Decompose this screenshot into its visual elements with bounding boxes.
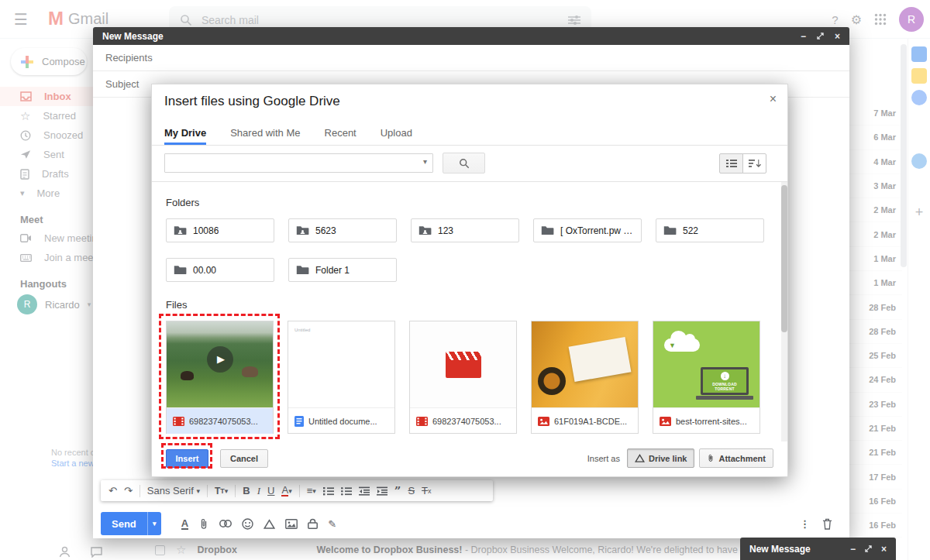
tab-recent[interactable]: Recent	[325, 125, 356, 145]
modal-close-icon[interactable]: ×	[770, 92, 777, 106]
compose-header[interactable]: New Message − ×	[93, 27, 849, 45]
redo-button[interactable]: ↷	[124, 485, 133, 496]
more-options-icon[interactable]: ⋮	[800, 518, 810, 530]
minimized-compose-window[interactable]: New Message − ×	[740, 538, 896, 560]
bold-button[interactable]: B	[243, 485, 250, 496]
folder-chip[interactable]: 10086	[166, 218, 274, 242]
attachment-label: Attachment	[718, 454, 766, 463]
folder-chip[interactable]: 00.00	[166, 258, 274, 282]
send-options-arrow[interactable]: ▾	[147, 512, 161, 535]
expand-icon[interactable]	[817, 33, 824, 40]
folder-chip[interactable]: 123	[411, 218, 519, 242]
minimize-icon[interactable]: −	[801, 31, 806, 42]
annotation-insert-button	[161, 443, 212, 469]
folder-chip[interactable]: 5623	[288, 218, 397, 242]
download-circle-icon: ↓	[721, 372, 729, 380]
send-button[interactable]: Send ▾	[101, 512, 161, 535]
italic-button[interactable]: I	[257, 485, 260, 497]
insert-link-icon[interactable]	[219, 520, 232, 527]
file-name: 61F019A1-BCDE...	[554, 417, 627, 426]
doc-thumb-text: Untitled	[294, 328, 310, 332]
combo-chevron-icon[interactable]: ▾	[423, 157, 427, 166]
indent-more-button[interactable]	[377, 486, 388, 496]
file-name: 6982374075053...	[432, 417, 501, 426]
clapperboard-icon	[446, 352, 481, 378]
list-view-button[interactable]	[719, 153, 743, 173]
font-family-value: Sans Serif	[147, 485, 194, 496]
shared-folder-icon	[418, 225, 432, 235]
tab-my-drive[interactable]: My Drive	[164, 125, 206, 145]
numbered-list-button[interactable]	[323, 486, 334, 496]
modal-title: Insert files using Google Drive	[164, 94, 340, 109]
folder-chip[interactable]: [ OxTorrent.pw ] ...	[533, 218, 642, 242]
undo-button[interactable]: ↶	[108, 485, 117, 496]
view-toggle-group	[719, 153, 766, 173]
formatting-options-button[interactable]: A	[181, 518, 188, 530]
remove-formatting-button[interactable]: Tx	[422, 485, 431, 496]
files-section-label: Files	[166, 299, 773, 311]
minimize-icon[interactable]: −	[850, 544, 856, 555]
cancel-button[interactable]: Cancel	[220, 449, 268, 468]
shared-folder-icon	[174, 225, 187, 235]
text-color-button[interactable]: A▾	[281, 486, 291, 496]
shared-folder-icon	[296, 225, 309, 235]
file-card-video[interactable]: 6982374075053...	[409, 321, 517, 434]
image-file-icon	[660, 417, 671, 426]
font-size-button[interactable]: TT▾	[215, 486, 228, 496]
close-icon[interactable]: ×	[881, 544, 887, 555]
sort-button[interactable]	[742, 153, 766, 173]
folder-chip[interactable]: Folder 1	[288, 258, 397, 282]
photo-thumbnail	[532, 321, 638, 408]
modal-scrollbar-thumb[interactable]	[781, 185, 787, 332]
modal-search-row: ▾	[152, 145, 787, 181]
annotation-selected-file	[159, 314, 280, 439]
folder-icon	[174, 265, 187, 275]
paperclip-icon	[707, 453, 715, 463]
underline-button[interactable]: U	[267, 485, 274, 496]
tab-shared-with-me[interactable]: Shared with Me	[230, 125, 300, 145]
video-thumbnail-clapper	[410, 321, 516, 408]
font-family-dropdown[interactable]: Sans Serif ▾	[147, 485, 200, 496]
file-card-image[interactable]: 61F019A1-BCDE...	[531, 321, 639, 434]
search-combo-input[interactable]: ▾	[164, 153, 433, 173]
image-file-icon	[538, 417, 549, 426]
folders-section-label: Folders	[166, 197, 773, 208]
compose-actions-row: Send ▾ A	[101, 512, 842, 535]
strikethrough-button[interactable]: S	[408, 485, 415, 496]
compose-title: New Message	[102, 31, 164, 42]
confidential-mode-icon[interactable]	[308, 518, 318, 529]
attachment-toggle[interactable]: Attachment	[699, 448, 773, 468]
folder-name: 10086	[193, 225, 219, 236]
folder-icon	[296, 265, 309, 275]
quote-button[interactable]: ”	[394, 484, 401, 498]
file-card-document[interactable]: Untitled Untitled docume...	[288, 321, 395, 434]
bulleted-list-button[interactable]	[341, 486, 352, 496]
file-name: Untitled docume...	[308, 417, 377, 426]
search-submit-button[interactable]	[443, 153, 485, 173]
folder-chip[interactable]: 522	[656, 218, 764, 242]
insert-drive-icon[interactable]	[264, 519, 275, 529]
document-thumbnail: Untitled	[288, 321, 394, 408]
insert-as-label: Insert as	[587, 454, 620, 463]
indent-less-button[interactable]	[359, 486, 370, 496]
expand-icon[interactable]	[865, 545, 872, 552]
minimized-compose-title: New Message	[749, 544, 811, 555]
recipients-field[interactable]: Recipients	[93, 45, 849, 71]
drive-icon	[635, 454, 645, 462]
drive-link-toggle[interactable]: Drive link	[627, 448, 695, 468]
modal-scrollbar[interactable]	[781, 182, 787, 441]
align-button[interactable]: ≡▾	[307, 485, 316, 496]
close-icon[interactable]: ×	[835, 31, 840, 42]
file-card-image-torrent[interactable]: ▼ ↓ DOWNLOAD TORRENT best-torrent-sites.…	[653, 321, 760, 434]
insert-photo-icon[interactable]	[285, 519, 298, 529]
tab-upload[interactable]: Upload	[381, 125, 412, 145]
attach-paperclip-icon[interactable]	[198, 518, 209, 530]
discard-trash-icon[interactable]	[822, 518, 832, 530]
folder-chip-grid: 10086 5623 123 [ OxTorrent.pw ] ... 522	[166, 218, 764, 282]
signature-pen-icon[interactable]: ✎	[328, 518, 336, 530]
folder-name: Folder 1	[315, 265, 350, 276]
formatting-toolbar: ↶ ↷ Sans Serif ▾ TT▾ B I U A▾ ≡▾	[101, 480, 493, 501]
modal-tabs: My Drive Shared with Me Recent Upload	[164, 125, 412, 145]
emoji-icon[interactable]	[242, 518, 253, 530]
folder-name: 5623	[315, 225, 336, 236]
